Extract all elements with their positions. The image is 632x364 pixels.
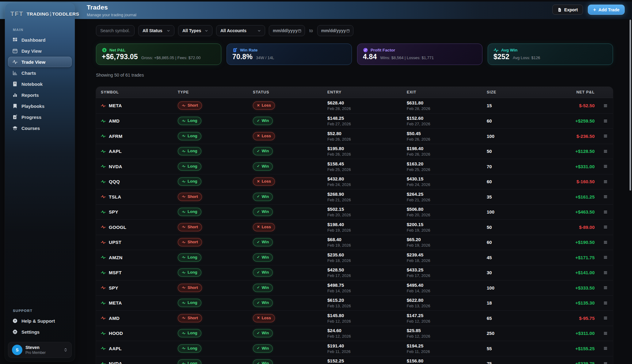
table-row[interactable]: TSLAShort✓Win$268.90Feb 21, 2026$264.25F…: [96, 189, 613, 204]
date-from-input[interactable]: mm/dd/yyyy: [269, 25, 305, 36]
symbol-cell: META: [101, 103, 178, 108]
row-menu-icon[interactable]: [603, 316, 608, 320]
sidebar-item-playbooks[interactable]: Playbooks: [8, 101, 72, 111]
symbol-cell: AAPL: [101, 149, 178, 154]
row-menu-icon[interactable]: [603, 180, 608, 184]
help-icon: ?: [12, 318, 18, 324]
table-row[interactable]: METAShort✕Loss$628.40Feb 28, 2026$631.80…: [96, 98, 613, 113]
row-menu-icon[interactable]: [603, 119, 608, 123]
entry-price: $502.15: [327, 207, 407, 212]
trade-symbol: NVDA: [109, 361, 122, 364]
user-profile-card[interactable]: S Steven Pro Member: [8, 342, 72, 358]
table-row[interactable]: NVDALong✓Win$152.25Feb 10, 2026$156.80Fe…: [96, 356, 613, 364]
entry-date: Feb 27, 2026: [327, 122, 407, 126]
accounts-filter-select[interactable]: All Accounts: [216, 25, 265, 36]
status-badge: ✕Loss: [253, 314, 275, 322]
table-row[interactable]: AMDLong✓Win$148.25Feb 27, 2026$152.60Feb…: [96, 113, 613, 129]
check-icon: ✓: [257, 301, 260, 305]
trade-size: 75: [487, 361, 548, 364]
add-trade-button[interactable]: + Add Trade: [588, 5, 625, 15]
row-menu-icon[interactable]: [603, 195, 608, 199]
row-menu-icon[interactable]: [603, 225, 608, 229]
row-menu-icon[interactable]: [603, 346, 608, 351]
sidebar-item-courses[interactable]: Courses: [8, 123, 72, 133]
exit-cell: $147.25Feb 12, 2026: [407, 313, 487, 324]
table-row[interactable]: AAPLLong✓Win$195.80Feb 26, 2026$198.40Fe…: [96, 144, 613, 159]
type-badge: Long: [178, 147, 201, 155]
type-badge: Long: [178, 344, 201, 353]
type-badge-label: Long: [188, 118, 197, 123]
sidebar-item-notebook[interactable]: Notebook: [8, 79, 72, 89]
export-button[interactable]: Export: [552, 5, 583, 15]
entry-cell: $52.80Feb 26, 2026: [327, 131, 407, 142]
sidebar-support-block: SUPPORT ?Help & SupportSettings S Steven…: [5, 309, 75, 362]
sidebar-item-settings[interactable]: Settings: [8, 327, 72, 337]
table-row[interactable]: MSFTLong✓Win$428.50Feb 17, 2026$433.25Fe…: [96, 265, 613, 280]
check-icon: ✓: [257, 241, 260, 244]
net-pnl-value: +$333.50: [548, 285, 595, 290]
table-row[interactable]: METALong✓Win$615.20Feb 13, 2026$622.80Fe…: [96, 295, 613, 311]
table-row[interactable]: AMZNLong✓Win$235.60Feb 18, 2026$239.45Fe…: [96, 250, 613, 265]
entry-cell: $432.80Feb 24, 2026: [327, 176, 407, 187]
exit-cell: $430.15Feb 24, 2026: [407, 176, 487, 187]
table-row[interactable]: UPSTShort✓Win$68.40Feb 19, 2026$65.20Feb…: [96, 235, 613, 250]
trade-symbol: SPY: [109, 209, 118, 214]
table-row[interactable]: SPYLong✓Win$502.15Feb 20, 2026$506.80Feb…: [96, 204, 613, 220]
sidebar-item-help-support[interactable]: ?Help & Support: [8, 316, 72, 326]
table-row[interactable]: HOODLong✓Win$24.60Feb 12, 2026$25.85Feb …: [96, 326, 613, 341]
sidebar-item-trade-view[interactable]: Trade View: [8, 57, 72, 67]
table-row[interactable]: AAPLLong✓Win$191.40Feb 11, 2026$194.25Fe…: [96, 341, 613, 356]
symbol-cell: NVDA: [101, 164, 178, 169]
status-badge-label: Win: [262, 361, 269, 364]
table-row[interactable]: AFRMLong✕Loss$52.80Feb 26, 2026$50.45Feb…: [96, 128, 613, 144]
table-row[interactable]: NVDALong✓Win$158.45Feb 25, 2026$163.20Fe…: [96, 159, 613, 174]
sidebar-item-progress[interactable]: Progress: [8, 112, 72, 122]
symbol-cell: AFRM: [101, 134, 178, 139]
row-menu-icon[interactable]: [603, 240, 608, 245]
trade-size: 250: [487, 331, 548, 336]
row-menu-icon[interactable]: [603, 301, 608, 305]
row-menu-icon[interactable]: [603, 255, 608, 260]
row-menu-icon[interactable]: [603, 286, 608, 290]
scrollbar-thumb[interactable]: [630, 20, 631, 191]
sidebar-item-charts[interactable]: Charts: [8, 68, 72, 78]
row-menu-icon[interactable]: [603, 134, 608, 138]
types-filter-select[interactable]: All Types: [178, 25, 212, 36]
status-badge-label: Win: [262, 118, 269, 123]
exit-price: $147.25: [407, 313, 487, 318]
table-row[interactable]: AMDShort✕Loss$145.80Feb 12, 2026$147.25F…: [96, 310, 613, 326]
type-badge: Short: [178, 193, 202, 201]
table-row[interactable]: QQQLong✕Loss$432.80Feb 24, 2026$430.15Fe…: [96, 174, 613, 189]
row-menu-icon[interactable]: [603, 104, 608, 108]
row-menu-icon[interactable]: [603, 164, 608, 169]
net-pnl-value: +$463.50: [548, 209, 595, 214]
trade-size: 60: [487, 179, 548, 184]
row-menu-icon[interactable]: [603, 331, 608, 336]
type-badge-label: Short: [188, 225, 198, 229]
search-input[interactable]: [96, 25, 135, 36]
exit-date: Feb 20, 2026: [407, 213, 487, 217]
exit-cell: $152.60Feb 27, 2026: [407, 116, 487, 126]
table-row[interactable]: SPYShort✓Win$498.75Feb 14, 2026$495.40Fe…: [96, 280, 613, 295]
status-badge-label: Loss: [262, 134, 271, 138]
table-row[interactable]: GOOGLShort✕Loss$198.40Feb 19, 2026$200.1…: [96, 219, 613, 235]
exit-price: $506.80: [407, 207, 487, 212]
trade-size: 65: [487, 316, 548, 321]
sidebar-item-dashboard[interactable]: Dashboard: [8, 35, 72, 45]
row-menu-icon[interactable]: [603, 362, 608, 364]
col-header-status: STATUS: [253, 90, 327, 94]
graduation-cap-icon: [12, 125, 18, 131]
status-filter-select[interactable]: All Status: [138, 25, 174, 36]
row-menu-icon[interactable]: [603, 210, 608, 214]
row-menu-icon[interactable]: [603, 149, 608, 154]
date-to-input[interactable]: mm/dd/yyyy: [317, 25, 353, 36]
sidebar-item-label: Day View: [21, 48, 42, 54]
row-menu-icon[interactable]: [603, 271, 608, 275]
entry-date: Feb 21, 2026: [327, 198, 407, 202]
sidebar-item-reports[interactable]: Reports: [8, 90, 72, 100]
dollar-circle-icon: $: [102, 47, 107, 53]
status-cell: ✓Win: [253, 329, 327, 337]
status-badge: ✓Win: [253, 147, 273, 155]
status-badge-label: Win: [262, 285, 269, 290]
sidebar-item-day-view[interactable]: Day View: [8, 46, 72, 56]
